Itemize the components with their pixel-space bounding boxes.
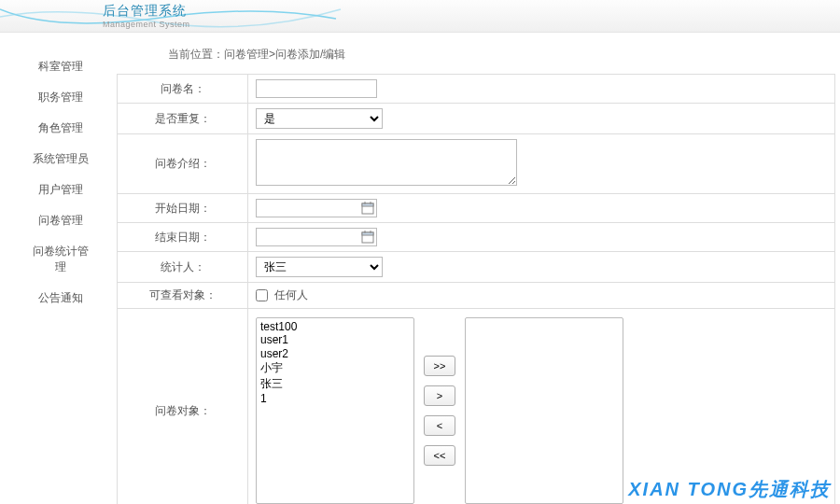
label-end-date: 结束日期： bbox=[118, 223, 248, 252]
move-left-button[interactable]: < bbox=[424, 415, 455, 436]
breadcrumb-path: 问卷管理>问卷添加/编辑 bbox=[224, 48, 345, 61]
dest-list[interactable] bbox=[465, 317, 623, 504]
sidebar-item-job[interactable]: 职务管理 bbox=[28, 82, 93, 113]
anyone-label[interactable]: 任何人 bbox=[274, 288, 308, 301]
repeat-select[interactable]: 是否 bbox=[256, 108, 383, 129]
label-viewable: 可查看对象： bbox=[118, 283, 248, 309]
sidebar-item-survey-stat[interactable]: 问卷统计管理 bbox=[28, 236, 93, 283]
sidebar-item-dept[interactable]: 科室管理 bbox=[28, 51, 93, 82]
main-content: 当前位置：问卷管理>问卷添加/编辑 问卷名： 是否重复： 是否 问卷介绍： 开始… bbox=[117, 47, 840, 504]
sidebar-item-admin[interactable]: 系统管理员 bbox=[28, 144, 93, 175]
label-start-date: 开始日期： bbox=[118, 194, 248, 223]
app-title: 后台管理系统 bbox=[103, 3, 190, 20]
app-header: 后台管理系统 Management System bbox=[0, 0, 840, 33]
dual-list-container: test100user1user2小宇张三1 >> > < << bbox=[256, 314, 827, 504]
survey-form-table: 问卷名： 是否重复： 是否 问卷介绍： 开始日期： bbox=[117, 74, 835, 504]
move-right-button[interactable]: > bbox=[424, 385, 455, 406]
breadcrumb: 当前位置：问卷管理>问卷添加/编辑 bbox=[117, 47, 840, 63]
label-target: 问卷对象： bbox=[118, 309, 248, 505]
sidebar-item-role[interactable]: 角色管理 bbox=[28, 113, 93, 144]
sidebar-item-survey[interactable]: 问卷管理 bbox=[28, 205, 93, 236]
end-date-input[interactable] bbox=[256, 228, 377, 246]
label-statistician: 统计人： bbox=[118, 252, 248, 283]
survey-name-input[interactable] bbox=[256, 79, 377, 98]
sidebar-nav: 科室管理 职务管理 角色管理 系统管理员 用户管理 问卷管理 问卷统计管理 公告… bbox=[28, 51, 93, 314]
app-subtitle: Management System bbox=[103, 20, 190, 29]
svg-rect-5 bbox=[362, 232, 373, 235]
move-all-left-button[interactable]: << bbox=[424, 445, 455, 466]
calendar-icon[interactable] bbox=[361, 202, 374, 215]
svg-rect-1 bbox=[362, 203, 373, 206]
start-date-input[interactable] bbox=[256, 199, 377, 217]
desc-textarea[interactable] bbox=[256, 139, 517, 186]
calendar-icon[interactable] bbox=[361, 231, 374, 244]
label-survey-name: 问卷名： bbox=[118, 75, 248, 104]
breadcrumb-prefix: 当前位置： bbox=[168, 48, 224, 61]
source-list[interactable]: test100user1user2小宇张三1 bbox=[256, 317, 414, 504]
label-desc: 问卷介绍： bbox=[118, 134, 248, 194]
statistician-select[interactable]: 张三 bbox=[256, 257, 383, 277]
anyone-checkbox[interactable] bbox=[256, 289, 268, 301]
sidebar-item-notice[interactable]: 公告通知 bbox=[28, 283, 93, 314]
label-repeat: 是否重复： bbox=[118, 104, 248, 134]
watermark-text: XIAN TONG先通科技 bbox=[628, 477, 831, 502]
sidebar-item-user[interactable]: 用户管理 bbox=[28, 175, 93, 205]
move-all-right-button[interactable]: >> bbox=[424, 356, 455, 376]
